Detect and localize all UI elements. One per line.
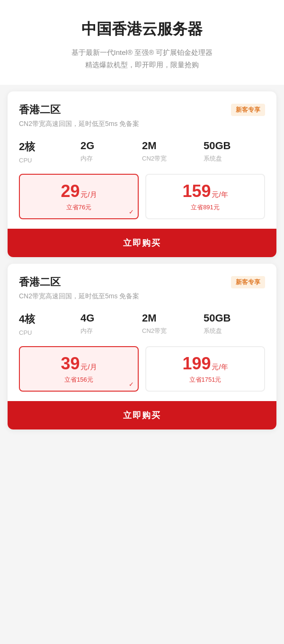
price-main-monthly-1: 29 元/月 [27, 181, 130, 201]
spec-ram-label-2: 内存 [80, 327, 93, 334]
spec-disk-1: 50GB 系统盘 [204, 140, 265, 164]
price-main-yearly-2: 199 元/年 [154, 354, 257, 374]
checkmark-monthly-1: ✓ [129, 208, 134, 215]
price-main-monthly-2: 39 元/月 [27, 354, 130, 374]
buy-button-1[interactable]: 立即购买 [8, 229, 276, 257]
spec-bandwidth-label-1: CN2带宽 [142, 155, 167, 162]
price-unit-yearly-2: 元/年 [212, 363, 228, 372]
page-title: 中国香港云服务器 [14, 19, 270, 40]
spec-bandwidth-1: 2M CN2带宽 [142, 140, 204, 164]
price-number-monthly-2: 39 [61, 354, 80, 374]
price-unit-monthly-1: 元/月 [80, 190, 97, 199]
price-save-yearly-2: 立省1751元 [154, 376, 257, 384]
price-main-yearly-1: 159 元/年 [154, 181, 257, 201]
price-row-2: 39 元/月 立省156元 ✓ 199 元/年 立省1751元 [19, 346, 265, 392]
price-yearly-1[interactable]: 159 元/年 立省891元 [145, 174, 265, 219]
spec-cpu-label-2: CPU [19, 329, 32, 336]
specs-row-2: 4核 CPU 4G 内存 2M CN2带宽 50GB 系统盘 [19, 312, 265, 337]
card-body-2: 香港二区 新客专享 CN2带宽高速回国，延时低至5ms 免备案 4核 CPU 4… [8, 264, 276, 401]
server-card-2: 香港二区 新客专享 CN2带宽高速回国，延时低至5ms 免备案 4核 CPU 4… [8, 264, 276, 429]
region-desc-1: CN2带宽高速回国，延时低至5ms 免备案 [19, 120, 265, 128]
price-number-monthly-1: 29 [61, 181, 80, 201]
spec-ram-value-1: 2G [80, 140, 142, 152]
badge-new-1: 新客专享 [231, 104, 265, 116]
price-monthly-1[interactable]: 29 元/月 立省76元 ✓ [19, 174, 139, 219]
subtitle-line2: 精选爆款机型，即开即用，限量抢购 [85, 61, 199, 69]
region-title-2: 香港二区 [19, 275, 61, 289]
spec-cpu-value-2: 4核 [19, 312, 80, 326]
spec-cpu-1: 2核 CPU [19, 140, 80, 164]
spec-ram-2: 4G 内存 [80, 312, 142, 337]
card-body-1: 香港二区 新客专享 CN2带宽高速回国，延时低至5ms 免备案 2核 CPU 2… [8, 91, 276, 229]
buy-button-2[interactable]: 立即购买 [8, 401, 276, 429]
spec-disk-2: 50GB 系统盘 [204, 312, 265, 337]
price-yearly-2[interactable]: 199 元/年 立省1751元 [145, 346, 265, 392]
spec-bandwidth-label-2: CN2带宽 [142, 327, 167, 334]
spec-cpu-2: 4核 CPU [19, 312, 80, 337]
region-desc-2: CN2带宽高速回国，延时低至5ms 免备案 [19, 292, 265, 301]
page-header: 中国香港云服务器 基于最新一代Intel® 至强® 可扩展铂金处理器 精选爆款机… [0, 0, 284, 85]
spec-cpu-value-1: 2核 [19, 140, 80, 154]
region-title-1: 香港二区 [19, 103, 61, 117]
subtitle-line1: 基于最新一代Intel® 至强® 可扩展铂金处理器 [71, 48, 213, 56]
spec-cpu-label-1: CPU [19, 157, 32, 164]
spec-ram-value-2: 4G [80, 312, 142, 324]
price-number-yearly-2: 199 [182, 354, 211, 374]
card-header-row-2: 香港二区 新客专享 [19, 275, 265, 289]
spec-disk-value-2: 50GB [204, 312, 265, 324]
spec-disk-label-2: 系统盘 [204, 327, 222, 334]
spec-bandwidth-value-1: 2M [142, 140, 204, 152]
checkmark-monthly-2: ✓ [129, 381, 134, 388]
spec-disk-label-1: 系统盘 [204, 155, 222, 162]
page-subtitle: 基于最新一代Intel® 至强® 可扩展铂金处理器 精选爆款机型，即开即用，限量… [14, 46, 270, 71]
price-row-1: 29 元/月 立省76元 ✓ 159 元/年 立省891元 [19, 174, 265, 219]
specs-row-1: 2核 CPU 2G 内存 2M CN2带宽 50GB 系统盘 [19, 140, 265, 164]
price-save-monthly-2: 立省156元 [27, 376, 130, 384]
spec-ram-1: 2G 内存 [80, 140, 142, 164]
spec-bandwidth-2: 2M CN2带宽 [142, 312, 204, 337]
price-number-yearly-1: 159 [182, 181, 211, 201]
spec-bandwidth-value-2: 2M [142, 312, 204, 324]
price-unit-monthly-2: 元/月 [80, 363, 97, 372]
price-save-yearly-1: 立省891元 [154, 203, 257, 212]
price-save-monthly-1: 立省76元 [27, 203, 130, 212]
price-unit-yearly-1: 元/年 [212, 190, 228, 199]
badge-new-2: 新客专享 [231, 276, 265, 288]
price-monthly-2[interactable]: 39 元/月 立省156元 ✓ [19, 346, 139, 392]
card-header-row-1: 香港二区 新客专享 [19, 103, 265, 117]
server-card-1: 香港二区 新客专享 CN2带宽高速回国，延时低至5ms 免备案 2核 CPU 2… [8, 91, 276, 257]
spec-ram-label-1: 内存 [80, 155, 93, 162]
spec-disk-value-1: 50GB [204, 140, 265, 152]
